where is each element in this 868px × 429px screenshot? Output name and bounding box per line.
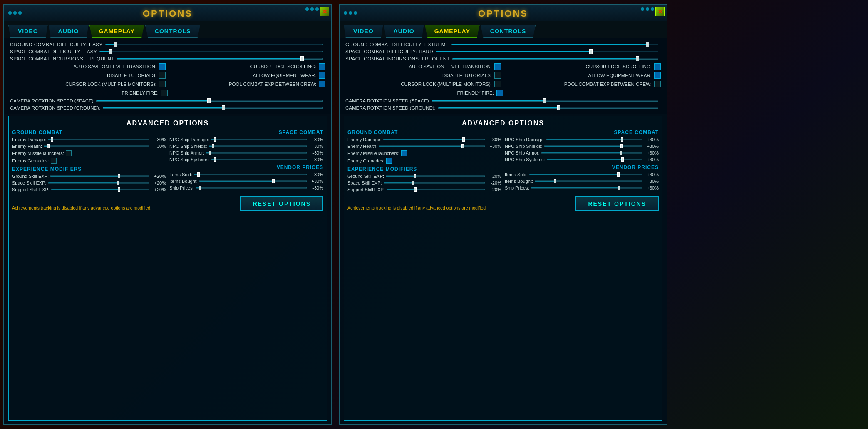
npc-damage-value: +30% xyxy=(644,137,659,142)
auto-save-label: AUTO SAVE ON LEVEL TRANSITION: xyxy=(73,64,156,69)
npc-armor-row: NPC Ship Armor: -30% xyxy=(169,150,323,155)
enemy-missile-row: Enemy Missile launchers: xyxy=(12,150,166,156)
camera-ground-row: CAMERA ROTATION SPEED (GROUND): xyxy=(10,105,325,110)
exp-modifiers-title: EXPERIENCE MODIFIERS xyxy=(12,166,166,172)
disable-tutorials-setting: DISABLE TUTORIALS: xyxy=(345,72,501,79)
checkbox-row-4: FRIENDLY FIRE: xyxy=(10,90,325,96)
friendly-fire-setting: FRIENDLY FIRE: xyxy=(345,90,503,96)
options-panel-1: OPTIONS ✕ VIDEOAUDIOGAMEPLAYCONTROLS GRO… xyxy=(339,4,667,425)
npc-damage-row: NPC Ship Damage: -30% xyxy=(169,137,323,142)
npc-systems-value: -30% xyxy=(308,157,323,162)
space-difficulty-label: SPACE COMBAT DIFFICULTY: EASY xyxy=(10,49,97,54)
items-sold-label: Items Sold: xyxy=(169,172,192,177)
space-incursions-row: SPACE COMBAT INCURSIONS: FREQUENT xyxy=(10,56,325,61)
advanced-options: ADVANCED OPTIONS GROUND COMBAT Enemy Dam… xyxy=(344,116,662,421)
camera-space-row: CAMERA ROTATION SPEED (SPACE) xyxy=(345,98,661,103)
checkbox-row-1: AUTO SAVE ON LEVEL TRANSITION: CURSOR ED… xyxy=(345,63,661,70)
enemy-missile-row: Enemy Missile launchers: xyxy=(347,150,501,156)
ground-combat-col: GROUND COMBAT Enemy Damage: +30% Enemy H… xyxy=(347,130,501,194)
dot xyxy=(315,7,319,11)
support-skill-label: Support Skill EXP: xyxy=(12,187,50,192)
space-skill-row: Space Skill EXP: -20% xyxy=(347,180,501,185)
ship-prices-row: Ship Prices: -30% xyxy=(169,185,323,190)
npc-systems-row: NPC Ship Systems: +30% xyxy=(505,157,659,162)
tab-video[interactable]: VIDEO xyxy=(8,25,48,38)
space-skill-label: Space Skill EXP: xyxy=(12,180,47,185)
advanced-title: ADVANCED OPTIONS xyxy=(12,120,323,127)
npc-armor-value: +30% xyxy=(644,150,659,155)
dot xyxy=(310,7,314,11)
items-bought-row: Items Bought: +30% xyxy=(169,179,323,184)
tab-controls[interactable]: CONTROLS xyxy=(145,25,201,38)
tabs-bar: VIDEOAUDIOGAMEPLAYCONTROLS xyxy=(340,21,667,38)
camera-ground-label: CAMERA ROTATION SPEED (GROUND): xyxy=(10,105,100,110)
npc-armor-label: NPC Ship Armor: xyxy=(169,150,204,155)
npc-damage-row: NPC Ship Damage: +30% xyxy=(505,137,659,142)
space-combat-adv-title: SPACE COMBAT xyxy=(505,130,659,135)
enemy-health-label: Enemy Health: xyxy=(12,144,42,149)
npc-armor-row: NPC Ship Armor: +30% xyxy=(505,150,659,155)
support-skill-value: -20% xyxy=(486,187,501,192)
tab-controls[interactable]: CONTROLS xyxy=(481,25,536,38)
npc-systems-value: +30% xyxy=(644,157,659,162)
camera-space-row: CAMERA ROTATION SPEED (SPACE) xyxy=(10,98,325,103)
dot xyxy=(8,11,12,15)
npc-shields-value: +30% xyxy=(644,144,659,149)
enemy-grenades-row: Enemy Grenades: xyxy=(12,158,166,164)
space-combat-difficulty-row: SPACE COMBAT DIFFICULTY: EASY xyxy=(10,49,325,54)
advanced-options: ADVANCED OPTIONS GROUND COMBAT Enemy Dam… xyxy=(8,116,327,421)
ship-prices-label: Ship Prices: xyxy=(169,185,194,190)
checkbox-row-2: DISABLE TUTORIALS: ALLOW EQUIPMENT WEAR: xyxy=(10,72,325,79)
pool-combat-setting: POOL COMBAT EXP BETWEEN CREW: xyxy=(505,81,661,87)
cursor-edge-setting: CURSOR EDGE SCROLLING: xyxy=(505,63,661,70)
exp-modifiers-title: EXPERIENCE MODIFIERS xyxy=(347,166,501,172)
items-sold-label: Items Sold: xyxy=(505,172,528,177)
enemy-health-label: Enemy Health: xyxy=(347,144,377,149)
dot xyxy=(18,11,22,15)
disable-tutorials-setting: DISABLE TUTORIALS: xyxy=(10,72,166,79)
npc-systems-label: NPC Ship Systems: xyxy=(505,157,545,162)
cursor-edge-label: CURSOR EDGE SCROLLING: xyxy=(250,64,316,69)
npc-damage-value: -30% xyxy=(308,137,323,142)
enemy-grenades-label: Enemy Grenades: xyxy=(347,158,384,163)
reset-options-button[interactable]: RESET OPTIONS xyxy=(240,196,323,211)
checkbox-row-3: CURSOR LOCK (MULTIPLE MONITORS): POOL CO… xyxy=(10,81,325,87)
friendly-fire-setting: FRIENDLY FIRE: xyxy=(10,90,168,96)
achievements-warning: Achievements tracking is disabled if any… xyxy=(347,205,487,211)
npc-shields-label: NPC Ship Shields: xyxy=(505,144,543,149)
enemy-grenades-label: Enemy Grenades: xyxy=(12,158,49,163)
tab-video[interactable]: VIDEO xyxy=(344,25,383,38)
tab-audio[interactable]: AUDIO xyxy=(384,25,424,38)
achievements-warning: Achievements tracking is disabled if any… xyxy=(12,205,151,211)
dot xyxy=(13,11,17,15)
space-difficulty-label: SPACE COMBAT DIFFICULTY: HARD xyxy=(345,49,433,54)
tab-gameplay[interactable]: GAMEPLAY xyxy=(89,25,144,38)
advanced-title: ADVANCED OPTIONS xyxy=(347,120,659,127)
panel-header: OPTIONS ✕ xyxy=(340,5,667,21)
ground-skill-value: -20% xyxy=(486,174,501,179)
reset-options-button[interactable]: RESET OPTIONS xyxy=(575,196,659,211)
npc-shields-value: -30% xyxy=(308,144,323,149)
close-button[interactable]: ✕ xyxy=(320,7,329,16)
cursor-lock-setting: CURSOR LOCK (MULTIPLE MONITORS): xyxy=(345,81,501,87)
ground-skill-value: +20% xyxy=(151,174,166,179)
ship-prices-row: Ship Prices: +30% xyxy=(505,185,659,190)
vendor-prices-title: VENDOR PRICES xyxy=(169,165,323,170)
cursor-edge-label: CURSOR EDGE SCROLLING: xyxy=(586,64,652,69)
ground-skill-label: Ground Skill EXP: xyxy=(12,174,49,179)
dot xyxy=(344,11,347,15)
ground-difficulty-label: GROUND COMBAT DIFFICULTY: EXTREME xyxy=(345,42,449,47)
camera-ground-label: CAMERA ROTATION SPEED (GROUND): xyxy=(345,105,436,110)
cursor-lock-label: CURSOR LOCK (MULTIPLE MONITORS): xyxy=(401,82,492,87)
tab-gameplay[interactable]: GAMEPLAY xyxy=(425,25,480,38)
enemy-damage-row: Enemy Damage: -30% xyxy=(12,137,166,142)
support-skill-label: Support Skill EXP: xyxy=(347,187,385,192)
space-skill-row: Space Skill EXP: +20% xyxy=(12,180,166,185)
options-panel-0: OPTIONS ✕ VIDEOAUDIOGAMEPLAYCONTROLS GRO… xyxy=(3,4,332,425)
items-bought-label: Items Bought: xyxy=(505,179,533,184)
tab-audio[interactable]: AUDIO xyxy=(49,25,89,38)
enemy-health-row: Enemy Health: +30% xyxy=(347,144,501,149)
npc-shields-row: NPC Ship Shields: +30% xyxy=(505,144,659,149)
close-button[interactable]: ✕ xyxy=(655,7,665,16)
ship-prices-value: +30% xyxy=(644,185,659,190)
